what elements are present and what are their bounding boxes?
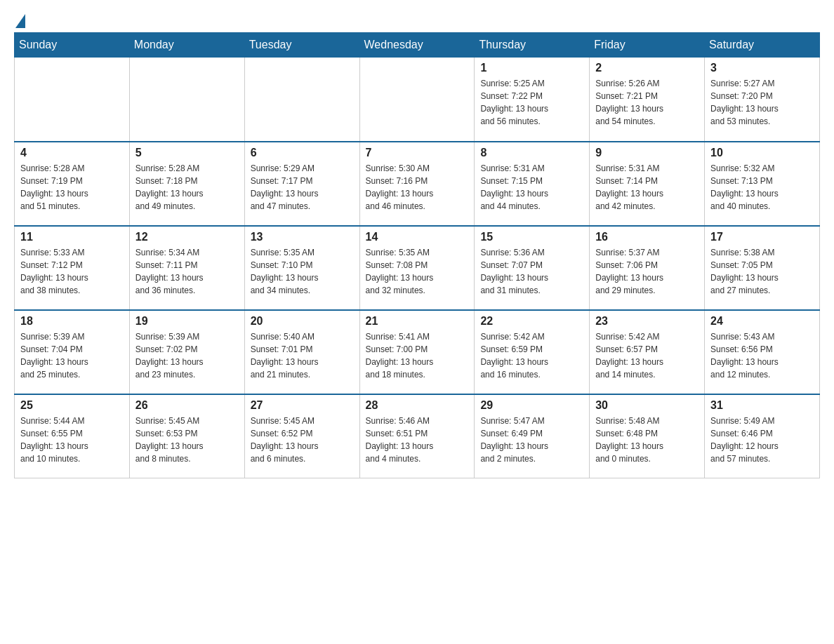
day-info: Sunrise: 5:39 AMSunset: 7:04 PMDaylight:… [20,330,124,381]
calendar-cell: 8Sunrise: 5:31 AMSunset: 7:15 PMDaylight… [475,142,590,226]
day-info: Sunrise: 5:35 AMSunset: 7:08 PMDaylight:… [366,246,469,297]
day-info: Sunrise: 5:36 AMSunset: 7:07 PMDaylight:… [480,246,583,297]
day-number: 26 [135,399,239,412]
day-number: 9 [595,147,699,159]
day-info: Sunrise: 5:44 AMSunset: 6:55 PMDaylight:… [20,415,124,465]
day-info: Sunrise: 5:40 AMSunset: 7:01 PMDaylight:… [251,330,354,381]
day-info: Sunrise: 5:31 AMSunset: 7:15 PMDaylight:… [480,162,583,213]
calendar-cell: 5Sunrise: 5:28 AMSunset: 7:18 PMDaylight… [129,142,244,226]
day-number: 22 [480,315,583,328]
calendar-cell: 29Sunrise: 5:47 AMSunset: 6:49 PMDayligh… [475,394,590,478]
header-monday: Monday [129,33,244,58]
day-number: 20 [251,315,354,328]
day-number: 14 [366,231,469,243]
day-info: Sunrise: 5:33 AMSunset: 7:12 PMDaylight:… [20,246,124,297]
day-info: Sunrise: 5:32 AMSunset: 7:13 PMDaylight:… [710,162,814,213]
day-number: 17 [710,231,814,243]
calendar-cell: 1Sunrise: 5:25 AMSunset: 7:22 PMDaylight… [475,58,590,142]
day-number: 18 [20,315,124,328]
header-thursday: Thursday [475,33,590,58]
day-info: Sunrise: 5:42 AMSunset: 6:59 PMDaylight:… [480,330,583,381]
calendar-cell: 6Sunrise: 5:29 AMSunset: 7:17 PMDaylight… [244,142,359,226]
header-tuesday: Tuesday [244,33,359,58]
calendar-cell: 10Sunrise: 5:32 AMSunset: 7:13 PMDayligh… [705,142,820,226]
calendar-cell: 27Sunrise: 5:45 AMSunset: 6:52 PMDayligh… [244,394,359,478]
day-number: 30 [595,399,699,412]
day-info: Sunrise: 5:26 AMSunset: 7:21 PMDaylight:… [595,77,699,128]
day-number: 2 [595,62,699,74]
calendar-week-row: 1Sunrise: 5:25 AMSunset: 7:22 PMDaylight… [15,58,820,142]
day-number: 24 [710,315,814,328]
calendar-cell: 23Sunrise: 5:42 AMSunset: 6:57 PMDayligh… [590,310,705,394]
header-sunday: Sunday [15,33,130,58]
day-number: 31 [710,399,814,412]
logo [14,14,27,25]
calendar-cell: 17Sunrise: 5:38 AMSunset: 7:05 PMDayligh… [705,226,820,310]
day-info: Sunrise: 5:34 AMSunset: 7:11 PMDaylight:… [135,246,239,297]
day-info: Sunrise: 5:45 AMSunset: 6:52 PMDaylight:… [251,415,354,465]
day-info: Sunrise: 5:37 AMSunset: 7:06 PMDaylight:… [595,246,699,297]
day-number: 4 [20,147,124,159]
day-number: 10 [710,147,814,159]
day-number: 11 [20,231,124,243]
day-info: Sunrise: 5:29 AMSunset: 7:17 PMDaylight:… [251,162,354,213]
day-number: 28 [366,399,469,412]
header-wednesday: Wednesday [359,33,475,58]
calendar-cell: 12Sunrise: 5:34 AMSunset: 7:11 PMDayligh… [129,226,244,310]
calendar-cell: 22Sunrise: 5:42 AMSunset: 6:59 PMDayligh… [475,310,590,394]
logo-triangle-icon [15,14,25,28]
day-number: 6 [251,147,354,159]
day-info: Sunrise: 5:35 AMSunset: 7:10 PMDaylight:… [251,246,354,297]
day-info: Sunrise: 5:42 AMSunset: 6:57 PMDaylight:… [595,330,699,381]
day-info: Sunrise: 5:28 AMSunset: 7:18 PMDaylight:… [135,162,239,213]
day-number: 21 [366,315,469,328]
calendar-cell: 2Sunrise: 5:26 AMSunset: 7:21 PMDaylight… [590,58,705,142]
header-friday: Friday [590,33,705,58]
calendar-cell: 15Sunrise: 5:36 AMSunset: 7:07 PMDayligh… [475,226,590,310]
day-number: 25 [20,399,124,412]
calendar-cell: 31Sunrise: 5:49 AMSunset: 6:46 PMDayligh… [705,394,820,478]
calendar-table: SundayMondayTuesdayWednesdayThursdayFrid… [14,32,820,478]
calendar-week-row: 4Sunrise: 5:28 AMSunset: 7:19 PMDaylight… [15,142,820,226]
page-header [14,14,820,25]
day-number: 1 [480,62,583,74]
day-info: Sunrise: 5:41 AMSunset: 7:00 PMDaylight:… [366,330,469,381]
day-info: Sunrise: 5:45 AMSunset: 6:53 PMDaylight:… [135,415,239,465]
day-info: Sunrise: 5:28 AMSunset: 7:19 PMDaylight:… [20,162,124,213]
calendar-cell: 30Sunrise: 5:48 AMSunset: 6:48 PMDayligh… [590,394,705,478]
day-number: 29 [480,399,583,412]
calendar-cell: 28Sunrise: 5:46 AMSunset: 6:51 PMDayligh… [359,394,475,478]
calendar-cell: 19Sunrise: 5:39 AMSunset: 7:02 PMDayligh… [129,310,244,394]
logo-text [14,14,27,28]
day-number: 16 [595,231,699,243]
day-info: Sunrise: 5:30 AMSunset: 7:16 PMDaylight:… [366,162,469,213]
day-number: 5 [135,147,239,159]
day-info: Sunrise: 5:31 AMSunset: 7:14 PMDaylight:… [595,162,699,213]
calendar-cell: 7Sunrise: 5:30 AMSunset: 7:16 PMDaylight… [359,142,475,226]
day-number: 3 [710,62,814,74]
day-number: 13 [251,231,354,243]
day-number: 27 [251,399,354,412]
calendar-cell: 4Sunrise: 5:28 AMSunset: 7:19 PMDaylight… [15,142,130,226]
day-number: 12 [135,231,239,243]
day-info: Sunrise: 5:47 AMSunset: 6:49 PMDaylight:… [480,415,583,465]
day-info: Sunrise: 5:46 AMSunset: 6:51 PMDaylight:… [366,415,469,465]
calendar-cell: 16Sunrise: 5:37 AMSunset: 7:06 PMDayligh… [590,226,705,310]
calendar-cell: 18Sunrise: 5:39 AMSunset: 7:04 PMDayligh… [15,310,130,394]
day-info: Sunrise: 5:27 AMSunset: 7:20 PMDaylight:… [710,77,814,128]
calendar-cell: 25Sunrise: 5:44 AMSunset: 6:55 PMDayligh… [15,394,130,478]
calendar-cell: 24Sunrise: 5:43 AMSunset: 6:56 PMDayligh… [705,310,820,394]
calendar-cell: 13Sunrise: 5:35 AMSunset: 7:10 PMDayligh… [244,226,359,310]
calendar-cell: 26Sunrise: 5:45 AMSunset: 6:53 PMDayligh… [129,394,244,478]
day-number: 23 [595,315,699,328]
calendar-header-row: SundayMondayTuesdayWednesdayThursdayFrid… [15,33,820,58]
day-info: Sunrise: 5:49 AMSunset: 6:46 PMDaylight:… [710,415,814,465]
day-number: 7 [366,147,469,159]
calendar-week-row: 11Sunrise: 5:33 AMSunset: 7:12 PMDayligh… [15,226,820,310]
calendar-week-row: 25Sunrise: 5:44 AMSunset: 6:55 PMDayligh… [15,394,820,478]
day-number: 15 [480,231,583,243]
day-number: 19 [135,315,239,328]
calendar-cell [129,58,244,142]
calendar-cell [359,58,475,142]
day-number: 8 [480,147,583,159]
